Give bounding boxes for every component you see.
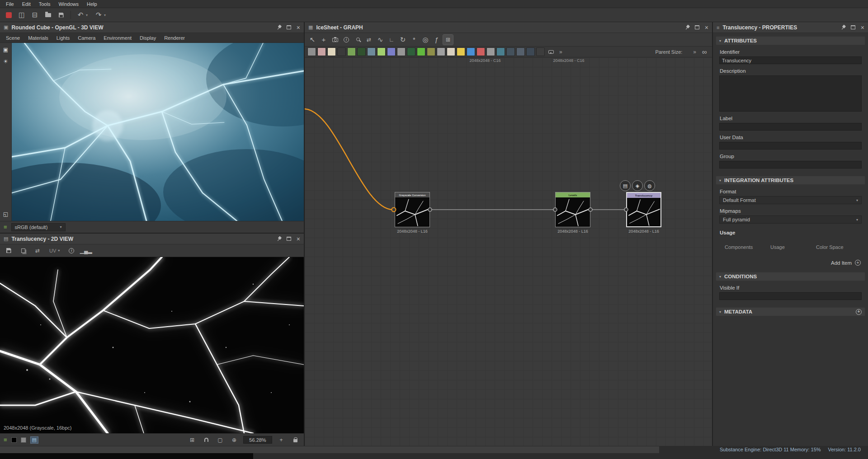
palette-normal[interactable] bbox=[437, 47, 445, 56]
info-tool-icon[interactable]: i bbox=[341, 35, 351, 45]
close-icon[interactable]: × bbox=[297, 25, 300, 30]
identifier-input[interactable]: Translucency bbox=[719, 56, 862, 64]
add-usage-item-button[interactable]: Add Item + bbox=[720, 260, 861, 266]
link-views-icon[interactable]: ∞ bbox=[699, 47, 709, 57]
maximize-icon[interactable] bbox=[851, 25, 855, 29]
palette-bitmap[interactable] bbox=[486, 47, 495, 56]
close-icon[interactable]: × bbox=[705, 25, 708, 30]
label-input[interactable] bbox=[719, 123, 862, 131]
view3d-header[interactable]: ▣ Rounded Cube - OpenGL - 3D VIEW × bbox=[0, 22, 304, 33]
grid-toggle-icon[interactable]: ⊞ bbox=[187, 435, 197, 445]
swap-link-icon[interactable]: ⇄ bbox=[364, 35, 374, 45]
parent-size-control[interactable]: Parent Size: » bbox=[655, 49, 698, 55]
palette-pixel-processor[interactable] bbox=[516, 47, 525, 56]
menu-display[interactable]: Display bbox=[136, 34, 160, 42]
refresh-icon[interactable]: ↻ bbox=[398, 35, 408, 45]
graph-canvas[interactable]: 2048x2048 - C16 2048x2048 - C16 Grayscal… bbox=[305, 57, 712, 446]
undo-history-icon[interactable]: ▾ bbox=[86, 13, 90, 17]
maximize-icon[interactable] bbox=[287, 237, 291, 241]
pin-icon[interactable] bbox=[840, 24, 846, 31]
section-integration-attributes[interactable]: ▾ INTEGRATION ATTRIBUTES bbox=[716, 176, 865, 185]
output-usage-doc-badge[interactable]: ▤ bbox=[620, 180, 631, 191]
function-icon[interactable]: ƒ bbox=[432, 35, 442, 45]
background-image-toggle[interactable]: ▤ bbox=[30, 436, 38, 444]
palette-switch[interactable] bbox=[496, 47, 505, 56]
layers-icon[interactable]: ≡ bbox=[4, 224, 7, 230]
maximize-icon[interactable] bbox=[287, 25, 291, 29]
palette-input[interactable] bbox=[526, 47, 535, 56]
light-icon[interactable]: ☀ bbox=[3, 58, 8, 65]
menu-scene[interactable]: Scene bbox=[2, 34, 24, 42]
palette-shape[interactable] bbox=[387, 47, 396, 56]
uv-mode-select[interactable]: UV ▾ bbox=[47, 247, 62, 254]
menu-help[interactable]: Help bbox=[83, 1, 101, 7]
gizmo-icon[interactable]: ◱ bbox=[3, 211, 8, 217]
node-translucency-output[interactable]: Translucency bbox=[626, 192, 661, 227]
section-conditions[interactable]: ▾ CONDITIONS bbox=[716, 272, 865, 281]
menu-tools[interactable]: Tools bbox=[35, 1, 55, 7]
channels-icon[interactable]: ≡ bbox=[4, 436, 7, 443]
maximize-icon[interactable] bbox=[695, 25, 699, 29]
palette-height[interactable] bbox=[447, 47, 455, 56]
palette-warning[interactable] bbox=[457, 47, 465, 56]
screenshot-icon[interactable] bbox=[330, 35, 340, 45]
menu-windows[interactable]: Windows bbox=[54, 1, 83, 7]
output-usage-mesh-badge[interactable]: ◈ bbox=[632, 180, 643, 191]
graph-header[interactable]: ▦ IceSheet - GRAPH × bbox=[305, 22, 712, 33]
palette-tile-sampler[interactable] bbox=[397, 47, 406, 56]
comment-icon[interactable] bbox=[546, 47, 556, 57]
split-view-icon[interactable]: ◫ bbox=[17, 10, 27, 20]
group-input[interactable] bbox=[719, 161, 862, 169]
viewport-3d[interactable] bbox=[12, 43, 304, 221]
palette-svg[interactable] bbox=[476, 47, 485, 56]
menu-edit[interactable]: Edit bbox=[18, 1, 35, 7]
focus-node-icon[interactable]: ◎ bbox=[420, 35, 430, 45]
palette-levels[interactable] bbox=[327, 47, 336, 56]
menu-renderer[interactable]: Renderer bbox=[160, 34, 189, 42]
histogram-icon[interactable]: ▁▄▂ bbox=[81, 246, 91, 256]
save-image-icon[interactable] bbox=[4, 246, 14, 256]
palette-uniform-color[interactable] bbox=[307, 47, 316, 56]
background-gray-swatch[interactable] bbox=[21, 437, 26, 443]
swap-channels-icon[interactable]: ⇄ bbox=[33, 246, 42, 256]
mipmaps-select[interactable]: Full pyramid ▾ bbox=[719, 215, 862, 224]
palette-gradient-map[interactable] bbox=[357, 47, 366, 56]
import-resources-icon[interactable]: ⊟ bbox=[30, 10, 40, 20]
zoom-reset-icon[interactable]: + bbox=[276, 435, 286, 445]
undo-button[interactable]: ↶ bbox=[75, 10, 85, 20]
view2d-header[interactable]: ▤ Translucency - 2D VIEW × bbox=[0, 234, 304, 244]
more-nodes-icon[interactable]: » bbox=[557, 49, 564, 55]
center-view-icon[interactable]: ⊕ bbox=[229, 435, 239, 445]
search-icon[interactable] bbox=[353, 35, 363, 45]
pin-icon[interactable] bbox=[275, 235, 282, 243]
palette-slope-blur[interactable] bbox=[377, 47, 386, 56]
palette-vegetation[interactable] bbox=[407, 47, 415, 56]
palette-gradient[interactable] bbox=[347, 47, 356, 56]
menu-materials[interactable]: Materials bbox=[24, 34, 52, 42]
save-icon[interactable] bbox=[56, 10, 66, 20]
node-grayscale-conversion[interactable]: Grayscale Conversion bbox=[395, 192, 430, 227]
info-icon[interactable]: i bbox=[66, 246, 76, 256]
close-icon[interactable]: × bbox=[297, 237, 300, 241]
curved-links-icon[interactable]: ∿ bbox=[375, 35, 385, 45]
palette-multi-switch[interactable] bbox=[506, 47, 515, 56]
viewport-2d[interactable]: 2048x2048 (Grayscale, 16bpc) bbox=[0, 257, 304, 433]
palette-output[interactable] bbox=[536, 47, 545, 56]
redo-button[interactable]: ↷ bbox=[94, 10, 104, 20]
menu-file[interactable]: File bbox=[2, 1, 18, 7]
properties-header[interactable]: ≡ Translucency - PROPERTIES × bbox=[713, 22, 868, 33]
pin-icon[interactable] bbox=[684, 24, 690, 31]
description-input[interactable] bbox=[719, 75, 862, 112]
grid-snap-icon[interactable]: ⊞ bbox=[443, 35, 453, 45]
colorspace-select[interactable]: sRGB (default) ▾ bbox=[11, 223, 66, 231]
wand-icon[interactable]: * bbox=[409, 35, 419, 45]
pan-tool-icon[interactable]: + bbox=[319, 35, 329, 45]
palette-blend[interactable] bbox=[317, 47, 326, 56]
palette-grass[interactable] bbox=[417, 47, 425, 56]
palette-invert[interactable] bbox=[337, 47, 346, 56]
output-usage-globe-badge[interactable]: ◍ bbox=[644, 180, 655, 191]
redo-history-icon[interactable]: ▾ bbox=[104, 13, 108, 17]
snap-icon[interactable] bbox=[201, 435, 211, 445]
format-select[interactable]: Default Format ▾ bbox=[719, 196, 862, 204]
menu-lights[interactable]: Lights bbox=[52, 34, 74, 42]
